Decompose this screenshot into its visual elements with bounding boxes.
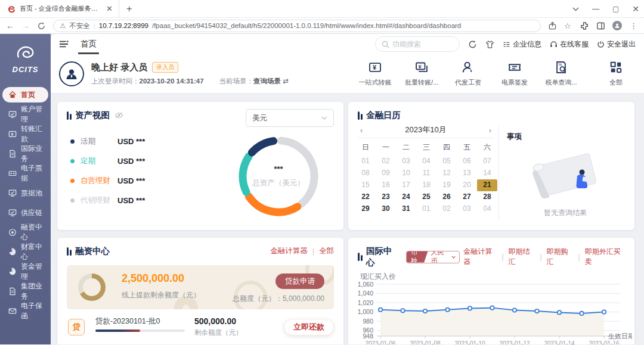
calendar-day-25[interactable]: 25	[416, 191, 436, 203]
sidebar-item-首页[interactable]: 首页	[2, 87, 48, 102]
quick-action-代发工资[interactable]: 代发工资	[451, 61, 485, 87]
window-dropdown-icon[interactable]	[572, 5, 579, 13]
calendar-day-31[interactable]: 31	[396, 203, 416, 215]
forward-button[interactable]: →	[21, 21, 30, 30]
calendar-day-13[interactable]: 13	[457, 167, 477, 179]
calendar-day-15[interactable]: 15	[355, 179, 376, 191]
share-icon[interactable]	[548, 21, 557, 30]
calendar-day-29[interactable]: 29	[355, 203, 376, 215]
calendar-day-02[interactable]: 02	[376, 156, 396, 167]
calendar-day-09[interactable]: 09	[376, 167, 396, 179]
quick-actions: ¥一站式转账¥批量转账/...代发工资电票签发%税单查询...全部	[358, 61, 633, 87]
sidebar-item-财富中心[interactable]: 财富中心	[2, 244, 48, 260]
url-field[interactable]: ⚠ 不安全 | 10.7.19.22:8999/fpaas_bucket/941…	[53, 20, 541, 32]
window-maximize-button[interactable]: ▢	[612, 5, 619, 13]
calendar-day-28[interactable]: 28	[477, 191, 497, 203]
user-avatar[interactable]	[59, 61, 84, 86]
calendar-day-27[interactable]: 27	[457, 191, 477, 203]
sidebar-item-集团业务[interactable]: 集团业务	[2, 284, 48, 299]
link-金融计算器[interactable]: 金融计算器	[270, 246, 308, 256]
calendar-day-17[interactable]: 17	[396, 179, 416, 191]
link-全部[interactable]: 全部	[319, 246, 334, 256]
calendar-day-02[interactable]: 02	[436, 203, 457, 215]
window-close-button[interactable]: ✕	[632, 4, 639, 14]
pie-icon	[8, 248, 17, 256]
extensions-puzzle-icon[interactable]	[580, 21, 589, 30]
sidebar-item-供应链[interactable]: 供应链	[2, 205, 48, 220]
calendar-day-12[interactable]: 12	[436, 167, 457, 179]
refresh-icon[interactable]	[468, 40, 477, 49]
calendar-day-23[interactable]: 23	[376, 191, 396, 203]
link-即期结汇[interactable]: 即期结汇	[509, 247, 535, 267]
quick-action-一站式转账[interactable]: ¥一站式转账	[358, 61, 392, 87]
calendar-day-07[interactable]: 07	[477, 156, 497, 167]
quick-action-批量转账/...[interactable]: ¥批量转账/...	[404, 61, 439, 87]
calendar-day-26[interactable]: 26	[436, 191, 457, 203]
calendar-day-01[interactable]: 01	[355, 156, 376, 167]
tab-home[interactable]: 首页	[78, 34, 99, 54]
currency-dropdown[interactable]: 美元	[246, 109, 334, 127]
reload-button[interactable]	[37, 21, 46, 30]
side-panel-icon[interactable]	[596, 21, 605, 30]
calendar-day-18[interactable]: 18	[416, 179, 436, 191]
currency-type-dropdown[interactable]: 币种 人民币	[406, 251, 460, 263]
browser-profile-avatar[interactable]	[612, 21, 622, 30]
sidebar-item-电子保函[interactable]: 电子保函	[2, 303, 48, 319]
calendar-next-icon[interactable]: ›	[487, 126, 494, 135]
calendar-day-01[interactable]: 01	[416, 203, 436, 215]
calendar-day-04[interactable]: 04	[416, 156, 436, 167]
quick-action-税单查询...[interactable]: %税单查询...	[544, 61, 578, 87]
link-即期购汇[interactable]: 即期购汇	[547, 247, 574, 267]
calendar-day-04[interactable]: 04	[477, 203, 497, 215]
back-button[interactable]: ←	[6, 21, 14, 30]
calendar-day-16[interactable]: 16	[376, 179, 396, 191]
sidebar-item-票据池[interactable]: 票据池	[2, 185, 48, 201]
topbar-link-安全退出[interactable]: 安全退出	[597, 39, 636, 49]
topbar-link-企业信息[interactable]: 企业信息	[503, 39, 541, 49]
sidebar-item-融资中心[interactable]: 融资中心	[2, 225, 48, 240]
calendar-day-06[interactable]: 06	[457, 156, 477, 167]
link-金融计算器[interactable]: 金融计算器	[463, 247, 497, 267]
calendar-day-03[interactable]: 03	[457, 203, 477, 215]
calendar-day-14[interactable]: 14	[477, 167, 497, 179]
calendar-day-03[interactable]: 03	[396, 156, 416, 167]
search-input[interactable]	[392, 40, 452, 48]
day-header: 日	[355, 142, 376, 153]
loan-apply-button[interactable]: 贷款申请	[275, 273, 324, 289]
quick-action-全部[interactable]: 全部	[599, 61, 633, 87]
sidebar-item-电子票据[interactable]: 电子票据	[2, 166, 48, 181]
tab-close-icon[interactable]: ✕	[105, 4, 114, 13]
browser-menu-icon[interactable]: ⋮	[629, 21, 638, 30]
theme-skin-icon[interactable]	[485, 40, 494, 49]
calendar-day-11[interactable]: 11	[416, 167, 436, 179]
repay-now-button[interactable]: 立即还款	[284, 319, 334, 335]
calendar-day-05[interactable]: 05	[436, 156, 457, 167]
sidebar-item-资金管理[interactable]: 资金管理	[2, 264, 48, 279]
bookmark-star-icon[interactable]: ☆	[564, 21, 573, 30]
sidebar-item-国际业务[interactable]: 国际业务	[2, 146, 48, 161]
calendar-day-24[interactable]: 24	[396, 191, 416, 203]
calendar-day-20[interactable]: 20	[457, 179, 477, 191]
topbar-link-在线客服[interactable]: 在线客服	[550, 39, 589, 49]
collapse-menu-icon[interactable]	[59, 40, 69, 48]
calendar-day-08[interactable]: 08	[355, 167, 376, 179]
last-login: 上次登录时间：2023-10-20 14:31:47	[91, 77, 204, 86]
calendar-day-21[interactable]: 21	[477, 179, 497, 191]
eye-off-icon[interactable]	[114, 111, 123, 120]
quick-action-电票签发[interactable]: 电票签发	[497, 61, 532, 87]
calendar-day-19[interactable]: 19	[436, 179, 457, 191]
calendar-prev-icon[interactable]: ‹	[358, 126, 365, 135]
browser-tab[interactable]: 首页 - 企业综合金融服务平台 ✕	[0, 0, 119, 18]
warning-icon[interactable]: ⚠	[60, 21, 66, 30]
scene-switch-icon[interactable]: ⇄	[283, 77, 289, 85]
calendar-day-10[interactable]: 10	[396, 167, 416, 179]
function-search[interactable]	[375, 36, 460, 52]
calendar-day-30[interactable]: 30	[376, 203, 396, 215]
new-tab-button[interactable]: +	[126, 4, 132, 14]
data-point	[468, 306, 472, 310]
calendar-day-22[interactable]: 22	[355, 191, 376, 203]
window-minimize-button[interactable]: —	[592, 5, 599, 13]
sidebar-item-转账汇款[interactable]: ¥转账汇款	[2, 126, 48, 142]
link-即期外汇买卖[interactable]: 即期外汇买卖	[585, 247, 625, 267]
sidebar-item-账户管理[interactable]: 账户管理	[2, 107, 48, 122]
